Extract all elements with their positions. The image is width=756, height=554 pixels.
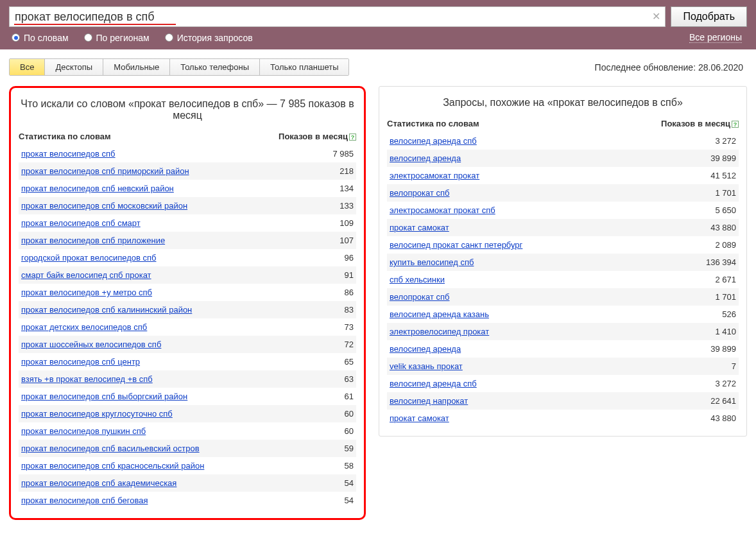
table-row: велосипед прокат санкт петербург2 089 bbox=[387, 236, 739, 254]
query-count: 107 bbox=[339, 236, 354, 245]
radio-by-regions[interactable]: По регионам bbox=[84, 33, 150, 43]
help-icon[interactable]: ? bbox=[732, 121, 739, 128]
table-row: купить велосипед спб136 394 bbox=[387, 254, 739, 271]
query-count: 133 bbox=[339, 201, 354, 211]
table-row: взять +в прокат велосипед +в спб63 bbox=[19, 370, 356, 388]
query-count: 91 bbox=[345, 270, 354, 280]
table-row: прокат велосипедов спб калининский район… bbox=[19, 301, 356, 318]
query-link[interactable]: велосипед аренда bbox=[390, 344, 461, 354]
query-link[interactable]: городской прокат велосипедов спб bbox=[21, 253, 156, 263]
table-row: прокат самокат43 880 bbox=[387, 410, 739, 427]
table-row: прокат велосипедов спб васильевский остр… bbox=[19, 440, 356, 457]
query-count: 1 701 bbox=[715, 188, 736, 198]
table-row: электросамокат прокат спб5 650 bbox=[387, 202, 739, 219]
query-link[interactable]: прокат велосипедов спб академическая bbox=[21, 478, 176, 488]
tab-2[interactable]: Мобильные bbox=[103, 59, 170, 75]
query-link[interactable]: прокат велосипедов спб приморский район bbox=[21, 166, 189, 176]
query-count: 96 bbox=[345, 253, 354, 263]
query-link[interactable]: прокат велосипедов спб московский район bbox=[21, 201, 187, 211]
col-count-header: Показов в месяц? bbox=[661, 119, 739, 128]
query-count: 3 272 bbox=[715, 136, 736, 146]
all-regions-link[interactable]: Все регионы bbox=[689, 32, 742, 43]
query-count: 3 272 bbox=[715, 379, 736, 388]
query-link[interactable]: спб хельсинки bbox=[390, 275, 445, 284]
col-query-header: Статистика по словам bbox=[19, 132, 111, 141]
tab-1[interactable]: Десктопы bbox=[45, 59, 103, 75]
radio-label: По словам bbox=[24, 33, 69, 43]
query-link[interactable]: велосипед аренда bbox=[390, 153, 461, 163]
col-query-header: Статистика по словам bbox=[387, 119, 479, 128]
query-link[interactable]: прокат велосипедов спб беговая bbox=[21, 496, 148, 505]
query-link[interactable]: прокат велосипедов спб bbox=[21, 149, 116, 159]
query-count: 43 880 bbox=[710, 223, 736, 232]
query-count: 2 089 bbox=[715, 240, 736, 250]
query-link[interactable]: прокат самокат bbox=[390, 413, 449, 423]
query-count: 60 bbox=[345, 409, 354, 419]
radio-icon bbox=[12, 33, 20, 42]
tab-0[interactable]: Все bbox=[10, 59, 45, 75]
query-link[interactable]: прокат велосипедов пушкин спб bbox=[21, 426, 146, 436]
table-row: городской прокат велосипедов спб96 bbox=[19, 249, 356, 266]
table-row: смарт байк велосипед спб прокат91 bbox=[19, 266, 356, 284]
tab-3[interactable]: Только телефоны bbox=[170, 59, 260, 75]
query-link[interactable]: прокат велосипедов спб выборгский район bbox=[21, 392, 187, 401]
query-count: 58 bbox=[345, 461, 354, 471]
query-count: 218 bbox=[339, 166, 354, 176]
radio-by-words[interactable]: По словам bbox=[12, 33, 69, 43]
query-count: 1 410 bbox=[715, 327, 736, 336]
query-count: 63 bbox=[345, 374, 354, 384]
clear-icon[interactable]: ✕ bbox=[652, 12, 660, 22]
query-link[interactable]: прокат велосипедов спб невский район bbox=[21, 184, 174, 193]
table-row: велосипед аренда39 899 bbox=[387, 340, 739, 358]
query-count: 54 bbox=[345, 478, 354, 488]
query-link[interactable]: велопрокат спб bbox=[390, 292, 450, 302]
query-link[interactable]: электросамокат прокат bbox=[390, 171, 479, 180]
query-link[interactable]: прокат велосипедов спб приложение bbox=[21, 236, 165, 245]
query-link[interactable]: велосипед аренда казань bbox=[390, 309, 489, 319]
query-link[interactable]: прокат велосипедов спб калининский район bbox=[21, 305, 192, 315]
query-link[interactable]: прокат велосипедов спб красносельский ра… bbox=[21, 461, 204, 471]
device-tabs: ВсеДесктопыМобильныеТолько телефоныТольк… bbox=[9, 58, 349, 76]
radio-history[interactable]: История запросов bbox=[165, 33, 253, 43]
query-link[interactable]: электросамокат прокат спб bbox=[390, 205, 495, 215]
search-button[interactable]: Подобрать bbox=[671, 6, 747, 27]
query-link[interactable]: прокат велосипедов круглосуточно спб bbox=[21, 409, 173, 419]
last-update: Последнее обновление: 28.06.2020 bbox=[595, 62, 747, 73]
help-icon[interactable]: ? bbox=[349, 134, 356, 141]
query-count: 109 bbox=[339, 218, 354, 228]
tab-4[interactable]: Только планшеты bbox=[260, 59, 348, 75]
query-link[interactable]: прокат велосипедов спб васильевский остр… bbox=[21, 444, 200, 453]
left-panel: Что искали со словом «прокат велосипедов… bbox=[9, 86, 366, 520]
query-link[interactable]: велосипед прокат санкт петербург bbox=[390, 240, 522, 250]
query-link[interactable]: смарт байк велосипед спб прокат bbox=[21, 270, 151, 280]
table-row: прокат велосипедов спб7 985 bbox=[19, 145, 356, 162]
query-link[interactable]: электровелосипед прокат bbox=[390, 327, 489, 336]
query-link[interactable]: прокат велосипедов спб центр bbox=[21, 357, 140, 367]
query-count: 41 512 bbox=[710, 171, 736, 180]
query-link[interactable]: прокат детских велосипедов спб bbox=[21, 322, 147, 332]
query-count: 39 899 bbox=[710, 344, 736, 354]
query-link[interactable]: прокат шоссейных велосипедов спб bbox=[21, 340, 161, 349]
table-row: электросамокат прокат41 512 bbox=[387, 167, 739, 184]
search-input[interactable] bbox=[9, 6, 666, 27]
query-link[interactable]: купить велосипед спб bbox=[390, 257, 474, 267]
query-link[interactable]: прокат велосипедов +у метро спб bbox=[21, 288, 152, 297]
table-row: прокат велосипедов спб центр65 bbox=[19, 353, 356, 370]
query-link[interactable]: велосипед аренда спб bbox=[390, 136, 477, 146]
right-rows: велосипед аренда спб3 272велосипед аренд… bbox=[387, 132, 739, 427]
table-row: спб хельсинки2 671 bbox=[387, 271, 739, 288]
query-count: 72 bbox=[345, 340, 354, 349]
query-link[interactable]: велосипед аренда спб bbox=[390, 379, 477, 388]
radio-label: История запросов bbox=[177, 33, 253, 43]
query-link[interactable]: велосипед напрокат bbox=[390, 396, 468, 406]
table-row: прокат велосипедов спб смарт109 bbox=[19, 214, 356, 232]
table-row: прокат велосипедов круглосуточно спб60 bbox=[19, 405, 356, 422]
table-row: прокат велосипедов +у метро спб86 bbox=[19, 284, 356, 301]
table-row: велопрокат спб1 701 bbox=[387, 288, 739, 306]
query-link[interactable]: велопрокат спб bbox=[390, 188, 450, 198]
query-count: 136 394 bbox=[706, 257, 736, 267]
query-link[interactable]: прокат самокат bbox=[390, 223, 449, 232]
query-link[interactable]: прокат велосипедов спб смарт bbox=[21, 218, 141, 228]
query-link[interactable]: velik казань прокат bbox=[390, 361, 463, 371]
query-link[interactable]: взять +в прокат велосипед +в спб bbox=[21, 374, 153, 384]
